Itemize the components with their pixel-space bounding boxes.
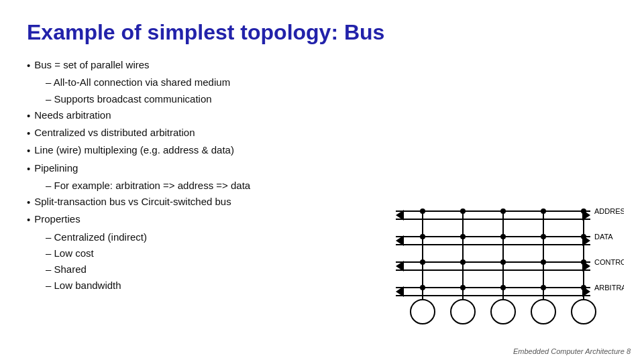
bullet-item: •Pipelining bbox=[27, 160, 617, 176]
svg-point-22 bbox=[420, 208, 425, 214]
bullet-marker: • bbox=[27, 212, 30, 227]
svg-text:DATA: DATA bbox=[594, 233, 613, 241]
svg-point-51 bbox=[581, 234, 586, 239]
svg-point-52 bbox=[581, 259, 586, 265]
slide-container: Example of simplest topology: Bus •Bus =… bbox=[0, 0, 644, 362]
svg-point-24 bbox=[420, 259, 425, 265]
sub-text: – Low cost bbox=[46, 247, 94, 259]
svg-text:ADDRESS: ADDRESS bbox=[594, 207, 624, 215]
svg-point-36 bbox=[500, 208, 506, 214]
bullet-item: •Line (wire) multiplexing (e.g. address … bbox=[27, 142, 617, 158]
bullet-item: •Centralized vs distributed arbitration bbox=[27, 125, 617, 141]
svg-point-28 bbox=[451, 300, 475, 324]
bullet-text: Split-transaction bus vs Circuit-switche… bbox=[34, 194, 231, 209]
svg-point-44 bbox=[541, 234, 546, 239]
svg-point-38 bbox=[500, 259, 506, 265]
bullet-text: Centralized vs distributed arbitration bbox=[34, 125, 195, 140]
bullet-marker: • bbox=[27, 143, 30, 158]
svg-text:ARBITRATION: ARBITRATION bbox=[594, 284, 624, 292]
bus-diagram: ADDRESS DATA CONTROL ARBITRATION bbox=[376, 191, 624, 325]
sub-item: – All-to-All connection via shared mediu… bbox=[27, 74, 617, 90]
svg-point-30 bbox=[460, 234, 466, 239]
bullet-text: Line (wire) multiplexing (e.g. address &… bbox=[34, 142, 234, 158]
svg-point-45 bbox=[541, 259, 546, 265]
bullet-item: •Bus = set of parallel wires bbox=[27, 57, 617, 73]
bullet-marker: • bbox=[27, 161, 30, 176]
sub-text: – Centralized (indirect) bbox=[46, 231, 147, 243]
svg-point-42 bbox=[531, 300, 555, 324]
bullet-item: •Needs arbitration bbox=[27, 107, 617, 123]
sub-item: – Supports broadcast communication bbox=[27, 91, 617, 107]
bullet-marker: • bbox=[27, 108, 30, 123]
sub-text: – Shared bbox=[46, 263, 87, 275]
sub-text: – Supports broadcast communication bbox=[46, 93, 212, 105]
slide-footer: Embedded Computer Architecture 8 bbox=[513, 347, 631, 355]
bullet-text: Properties bbox=[34, 211, 80, 227]
svg-point-31 bbox=[460, 259, 466, 265]
bullet-text: Needs arbitration bbox=[34, 107, 111, 123]
bullet-marker: • bbox=[27, 194, 30, 210]
bullet-marker: • bbox=[27, 58, 30, 73]
svg-point-50 bbox=[581, 208, 586, 214]
svg-point-29 bbox=[460, 208, 466, 214]
svg-text:CONTROL: CONTROL bbox=[594, 258, 624, 266]
bullet-marker: • bbox=[27, 125, 30, 141]
svg-point-37 bbox=[500, 234, 506, 239]
slide-title: Example of simplest topology: Bus bbox=[27, 20, 617, 45]
bullet-text: Bus = set of parallel wires bbox=[34, 57, 149, 72]
sub-text: – For example: arbitration => address =>… bbox=[46, 180, 250, 191]
sub-text: – Low bandwidth bbox=[46, 280, 121, 291]
sub-text: – All-to-All connection via shared mediu… bbox=[46, 76, 230, 88]
bullet-text: Pipelining bbox=[34, 160, 78, 176]
svg-point-49 bbox=[572, 300, 596, 324]
svg-point-35 bbox=[491, 300, 515, 324]
svg-point-43 bbox=[541, 208, 546, 214]
svg-point-21 bbox=[411, 300, 435, 324]
svg-point-23 bbox=[420, 234, 425, 239]
